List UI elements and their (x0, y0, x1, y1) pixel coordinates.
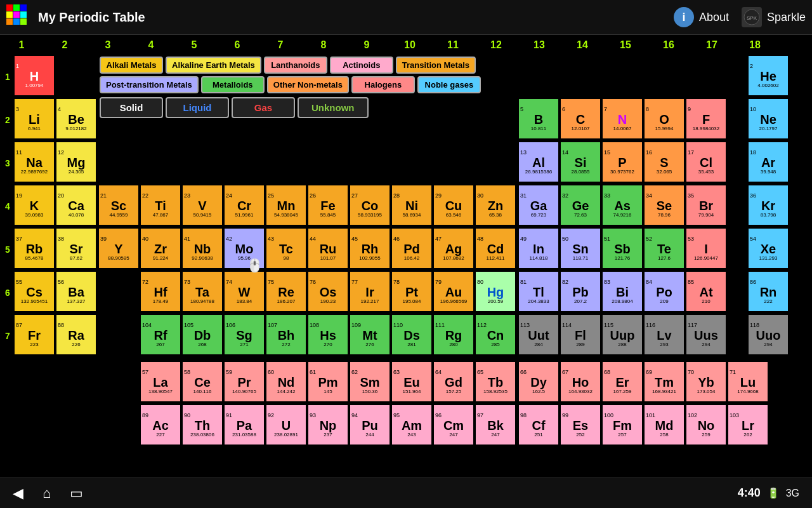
element-Pt[interactable]: 78 Pt 195.084 (391, 271, 432, 312)
element-Al[interactable]: 13 Al 26.9815386 (518, 142, 559, 182)
element-Db[interactable]: 105 Db 268 (182, 314, 223, 355)
element-Sn[interactable]: 50 Sn 118.71 (560, 228, 601, 269)
element-Mg[interactable]: 12 Mg 24.305 (56, 142, 96, 182)
legend-noble-gases[interactable]: Noble gases (417, 76, 481, 93)
element-La[interactable]: 57 La 138.90547 (140, 361, 181, 402)
element-Er[interactable]: 68 Er 167.259 (602, 361, 643, 402)
element-Cn[interactable]: 112 Cn 285 (475, 314, 516, 355)
element-C[interactable]: 6 C 12.0107 (560, 98, 601, 139)
element-Re[interactable]: 75 Re 186.207 (266, 271, 306, 312)
element-Tm[interactable]: 69 Tm 168.93421 (644, 361, 684, 402)
legend-alkali[interactable]: Alkali Metals (100, 57, 163, 74)
element-No[interactable]: 102 No 259 (686, 404, 726, 445)
element-Sr[interactable]: 38 Sr 87.62 (56, 228, 96, 269)
element-Sm[interactable]: 62 Sm 150.36 (350, 361, 390, 402)
element-V[interactable]: 23 V 50.9415 (182, 185, 223, 225)
element-I[interactable]: 53 I 126.90447 (686, 228, 726, 269)
element-Es[interactable]: 99 Es 252 (560, 404, 601, 445)
legend-post-transition[interactable]: Post-transition Metals (100, 76, 199, 93)
element-Y[interactable]: 39 Y 88.90585 (98, 228, 139, 269)
element-Ag[interactable]: 47 Ag 107.8682 (433, 228, 474, 269)
element-Ti[interactable]: 22 Ti 47.867 (140, 185, 181, 225)
element-Os[interactable]: 76 Os 190.23 (308, 271, 348, 312)
about-button[interactable]: i About (674, 7, 729, 27)
element-Sg[interactable]: 106 Sg 271 (224, 314, 265, 355)
legend-transition[interactable]: Transition Metals (396, 57, 476, 74)
element-Ru[interactable]: 44 Ru 101.07 (308, 228, 348, 269)
element-Cs[interactable]: 55 Cs 132.905451 (14, 271, 55, 312)
element-Lr[interactable]: 103 Lr 262 (728, 404, 768, 445)
element-Yb[interactable]: 70 Yb 173.054 (686, 361, 726, 402)
element-Pa[interactable]: 91 Pa 231.03588 (224, 404, 265, 445)
element-Ba[interactable]: 56 Ba 137.327 (56, 271, 96, 312)
element-Cf[interactable]: 98 Cf 251 (518, 404, 559, 445)
element-Fl[interactable]: 114 Fl 289 (560, 314, 601, 355)
element-In[interactable]: 49 In 114.818 (518, 228, 559, 269)
element-Po[interactable]: 84 Po 209 (644, 271, 684, 312)
element-Kr[interactable]: 36 Kr 83.798 (748, 185, 789, 225)
element-Si[interactable]: 14 Si 28.0855 (560, 142, 601, 182)
element-Ir[interactable]: 77 Ir 192.217 (350, 271, 390, 312)
element-Eu[interactable]: 63 Eu 151.964 (391, 361, 432, 402)
element-Na[interactable]: 11 Na 22.9897692 (14, 142, 55, 182)
element-Br[interactable]: 35 Br 79.904 (686, 185, 726, 225)
element-Gd[interactable]: 64 Gd 157.25 (433, 361, 474, 402)
element-Nd[interactable]: 60 Nd 144.242 (266, 361, 306, 402)
element-S[interactable]: 16 S 32.065 (644, 142, 684, 182)
element-Li[interactable]: 3 Li 6.941 (14, 98, 55, 139)
element-Ds[interactable]: 110 Ds 281 (391, 314, 432, 355)
element-Ni[interactable]: 28 Ni 58.6934 (391, 185, 432, 225)
element-Zn[interactable]: 30 Zn 65.38 (475, 185, 516, 225)
state-liquid-button[interactable]: Liquid (166, 97, 229, 118)
element-Dy[interactable]: 66 Dy 162.5 (518, 361, 559, 402)
element-As[interactable]: 33 As 74.9216 (602, 185, 643, 225)
element-H[interactable]: 1 H 1.00794 (14, 55, 55, 96)
element-Lv[interactable]: 116 Lv 293 (644, 314, 684, 355)
element-Pb[interactable]: 82 Pb 207.2 (560, 271, 601, 312)
element-He[interactable]: 2 He 4.002602 (748, 55, 789, 96)
element-Bi[interactable]: 83 Bi 208.9804 (602, 271, 643, 312)
legend-other-nonmetals[interactable]: Other Non-metals (267, 76, 349, 93)
element-Ta[interactable]: 73 Ta 180.94788 (182, 271, 223, 312)
element-Rf[interactable]: 104 Rf 267 (140, 314, 181, 355)
element-Fr[interactable]: 87 Fr 223 (14, 314, 55, 355)
element-Am[interactable]: 95 Am 243 (391, 404, 432, 445)
element-Tb[interactable]: 65 Tb 158.92535 (475, 361, 516, 402)
element-Cl[interactable]: 17 Cl 35.453 (686, 142, 726, 182)
element-N[interactable]: 7 N 14.0067 (602, 98, 643, 139)
element-Sc[interactable]: 21 Sc 44.9559 (98, 185, 139, 225)
element-P[interactable]: 15 P 30.973762 (602, 142, 643, 182)
element-Mn[interactable]: 25 Mn 54.938045 (266, 185, 306, 225)
sparkle-button[interactable]: SPK Sparkle (742, 7, 806, 27)
element-Ar[interactable]: 18 Ar 39.948 (748, 142, 789, 182)
element-Pr[interactable]: 59 Pr 140.90765 (224, 361, 265, 402)
element-Lu[interactable]: 71 Lu 174.9668 (728, 361, 768, 402)
element-Ce[interactable]: 58 Ce 140.116 (182, 361, 223, 402)
back-button[interactable]: ◀ (13, 485, 23, 502)
element-Rb[interactable]: 37 Rb 85.4678 (14, 228, 55, 269)
element-Uut[interactable]: 113 Uut 284 (518, 314, 559, 355)
element-Uus[interactable]: 117 Uus 294 (686, 314, 726, 355)
element-Se[interactable]: 34 Se 78.96 (644, 185, 684, 225)
element-U[interactable]: 92 U 238.02891 (266, 404, 306, 445)
element-Tc[interactable]: 43 Tc 98 (266, 228, 306, 269)
element-Nb[interactable]: 41 Nb 92.90638 (182, 228, 223, 269)
element-Fm[interactable]: 100 Fm 257 (602, 404, 643, 445)
recent-apps-button[interactable]: ▭ (70, 485, 83, 502)
legend-halogens[interactable]: Halogens (351, 76, 415, 93)
element-Xe[interactable]: 54 Xe 131.293 (748, 228, 789, 269)
legend-lanthanoids[interactable]: Lanthanoids (264, 57, 327, 74)
element-Pm[interactable]: 61 Pm 145 (308, 361, 348, 402)
element-Mt[interactable]: 109 Mt 276 (350, 314, 390, 355)
element-Rg[interactable]: 111 Rg 280 (433, 314, 474, 355)
element-Au[interactable]: 79 Au 196.966569 (433, 271, 474, 312)
element-Tl[interactable]: 81 Tl 204.3833 (518, 271, 559, 312)
element-Fe[interactable]: 26 Fe 55.845 (308, 185, 348, 225)
element-W[interactable]: 74 W 183.84 (224, 271, 265, 312)
element-Np[interactable]: 93 Np 237 (308, 404, 348, 445)
element-At[interactable]: 85 At 210 (686, 271, 726, 312)
state-gas-button[interactable]: Gas (232, 97, 295, 118)
element-Be[interactable]: 4 Be 9.012182 (56, 98, 96, 139)
element-K[interactable]: 19 K 39.0983 (14, 185, 55, 225)
element-Hs[interactable]: 108 Hs 270 (308, 314, 348, 355)
